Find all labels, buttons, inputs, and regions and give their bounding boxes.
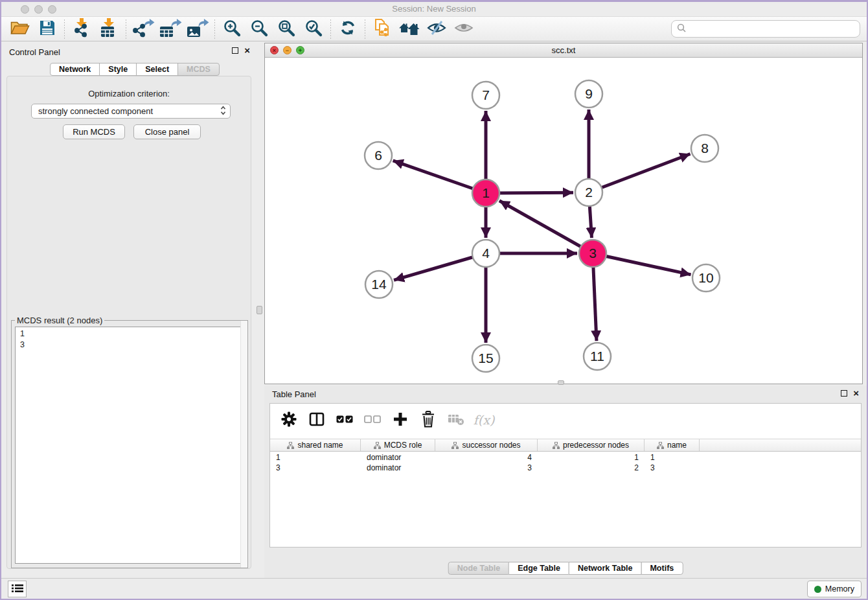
table-cell[interactable]: dominator: [361, 463, 435, 473]
export-image-icon: [187, 19, 209, 40]
tab-network-table[interactable]: Network Table: [569, 562, 642, 575]
task-history-button[interactable]: [8, 581, 27, 597]
unchecked-boxes-icon: [364, 415, 381, 425]
table-cell[interactable]: 2: [538, 463, 645, 473]
graph-node-15[interactable]: 15: [472, 345, 499, 372]
search-input[interactable]: [690, 24, 854, 34]
network-window: × − + scc.txt 7968124314101511: [264, 43, 863, 384]
graph-edge-3-10[interactable]: [593, 253, 691, 275]
new-network-from-selection-button[interactable]: [369, 18, 396, 40]
graph-edge-1-6[interactable]: [393, 161, 486, 193]
export-table-button[interactable]: [157, 18, 184, 40]
first-neighbors-button[interactable]: [396, 18, 423, 40]
graph-node-10[interactable]: 10: [692, 264, 720, 292]
close-panel-icon[interactable]: ×: [244, 47, 250, 54]
import-network-button[interactable]: [68, 18, 95, 40]
close-panel-button[interactable]: Close panel: [133, 124, 201, 139]
graph-node-8[interactable]: 8: [691, 135, 718, 162]
export-network-button[interactable]: [130, 18, 157, 40]
table-row[interactable]: 3dominator323: [270, 463, 861, 473]
checked-boxes-icon: [336, 415, 353, 425]
column-header-successor-nodes[interactable]: successor nodes: [435, 439, 538, 451]
save-session-button[interactable]: [34, 18, 61, 40]
floppy-disk-icon: [39, 19, 56, 38]
function-builder-button[interactable]: f(x): [474, 410, 494, 430]
tab-select[interactable]: Select: [136, 63, 178, 76]
mcds-result-text[interactable]: 1 3: [15, 327, 244, 564]
table-tabs: Node TableEdge TableNetwork TableMotifs: [448, 562, 683, 575]
select-all-columns-button[interactable]: [335, 410, 354, 430]
node-table-area: f(x) shared nameMCDS rolesuccessor nodes…: [269, 403, 862, 548]
mcds-panel: Optimization criterion: strongly connect…: [6, 76, 251, 569]
delete-table-button[interactable]: [446, 410, 466, 430]
table-cell[interactable]: dominator: [361, 452, 435, 463]
column-header-predecessor-nodes[interactable]: predecessor nodes: [538, 439, 645, 451]
table-cell[interactable]: 3: [435, 463, 538, 473]
close-table-panel-icon[interactable]: ×: [853, 390, 859, 397]
show-all-button[interactable]: [450, 18, 477, 40]
table-cell[interactable]: 4: [435, 452, 538, 463]
graph-node-9[interactable]: 9: [575, 80, 602, 108]
fx-icon: f(x): [474, 413, 495, 427]
table-settings-button[interactable]: [279, 410, 299, 430]
table-cell[interactable]: 1: [645, 452, 700, 463]
table-cell[interactable]: 3: [645, 463, 700, 473]
node-label: 10: [698, 270, 713, 285]
tab-motifs[interactable]: Motifs: [641, 562, 683, 575]
zoom-fit-button[interactable]: [273, 18, 300, 40]
graph-node-1[interactable]: 1: [472, 179, 499, 207]
graph-node-3[interactable]: 3: [579, 240, 606, 267]
hide-selected-button[interactable]: [423, 18, 450, 40]
tab-style[interactable]: Style: [99, 63, 137, 76]
run-mcds-button[interactable]: Run MCDS: [63, 124, 125, 139]
table-cell[interactable]: 1: [538, 452, 645, 463]
column-header-shared-name[interactable]: shared name: [270, 439, 361, 451]
zoom-in-button[interactable]: [218, 18, 246, 40]
apply-layout-button[interactable]: [334, 18, 361, 40]
horizontal-split-handle[interactable]: [558, 380, 564, 385]
import-table-button[interactable]: [95, 18, 122, 40]
memory-button[interactable]: Memory: [807, 581, 862, 597]
tab-node-table[interactable]: Node Table: [448, 562, 509, 575]
vertical-split-handle[interactable]: [257, 306, 262, 314]
graph-node-11[interactable]: 11: [584, 343, 611, 370]
column-header-name[interactable]: name: [645, 439, 700, 451]
graph-node-7[interactable]: 7: [472, 82, 499, 109]
import-table-icon: [98, 19, 120, 40]
float-panel-icon[interactable]: [232, 47, 238, 54]
graph-node-14[interactable]: 14: [365, 271, 393, 298]
import-network-icon: [71, 19, 93, 40]
delete-table-icon: [448, 413, 464, 428]
table-cell[interactable]: 1: [270, 452, 361, 463]
float-table-panel-icon[interactable]: [841, 390, 847, 397]
export-image-button[interactable]: [184, 18, 211, 40]
delete-column-button[interactable]: [418, 410, 438, 430]
network-window-titlebar[interactable]: × − + scc.txt: [265, 43, 862, 58]
graph-node-2[interactable]: 2: [575, 179, 602, 206]
column-header-MCDS-role[interactable]: MCDS role: [361, 439, 435, 451]
result-scrollbar[interactable]: [240, 321, 247, 568]
tab-network[interactable]: Network: [50, 63, 100, 76]
tab-mcds[interactable]: MCDS: [177, 63, 220, 76]
control-panel-tabs: NetworkStyleSelectMCDS: [50, 63, 220, 76]
table-row[interactable]: 1dominator411: [270, 452, 861, 463]
graph-node-6[interactable]: 6: [365, 142, 392, 169]
table-toolbar: f(x): [279, 408, 494, 432]
open-session-button[interactable]: [6, 18, 34, 40]
node-label: 9: [585, 86, 593, 101]
search-box[interactable]: [671, 20, 860, 38]
graph-edge-3-1[interactable]: [499, 201, 593, 253]
graph-edge-2-8[interactable]: [589, 154, 691, 192]
tab-edge-table[interactable]: Edge Table: [508, 562, 569, 575]
graph-node-4[interactable]: 4: [472, 240, 499, 267]
show-columns-button[interactable]: [307, 410, 326, 430]
graph-canvas[interactable]: 7968124314101511: [265, 58, 862, 384]
deselect-all-columns-button[interactable]: [363, 410, 382, 430]
node-label: 4: [482, 246, 490, 260]
criterion-select[interactable]: strongly connected component: [31, 104, 231, 119]
zoom-out-button[interactable]: [246, 18, 273, 40]
table-cell[interactable]: 3: [270, 463, 361, 473]
zoom-selected-button[interactable]: [300, 18, 327, 40]
node-label: 8: [701, 141, 709, 156]
add-column-button[interactable]: [391, 410, 410, 430]
